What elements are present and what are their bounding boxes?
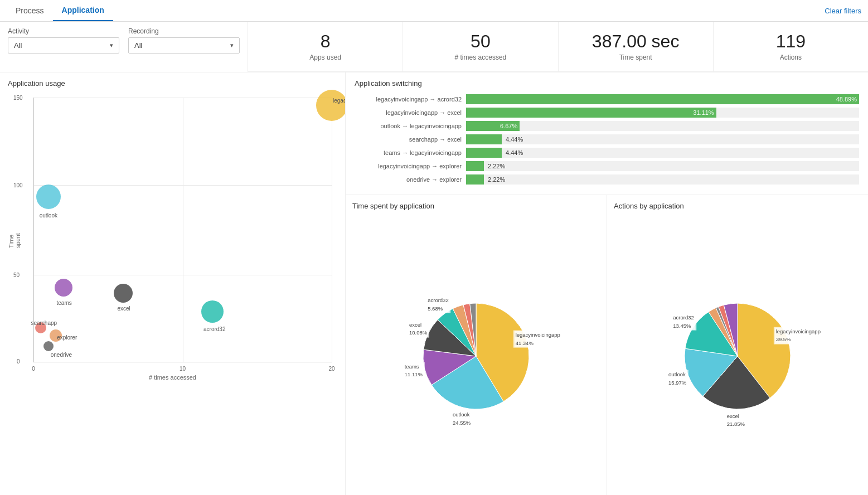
bubble-outlook (36, 185, 61, 209)
label-onedrive: onedrive (51, 352, 72, 358)
bar-label: legacyinvoicingapp → excel (355, 109, 466, 116)
bar-track: 48.89% (466, 94, 859, 104)
y-axis-label: Time spent (8, 226, 21, 248)
bubble-excel (114, 284, 133, 303)
stat-apps-used: 8 Apps used (248, 22, 403, 71)
bar-fill: 31.11% (466, 108, 716, 118)
bar-label: legacyinvoicingapp → acrord32 (355, 96, 466, 103)
x-tick-10: 10 (180, 366, 186, 372)
tab-application[interactable]: Application (53, 0, 113, 21)
time-spent-pie-chart (415, 295, 537, 418)
activity-label: Activity (8, 27, 119, 35)
bar-label: outlook → legacyinvoicingapp (355, 123, 466, 129)
activity-filter-group: Activity All ▾ (8, 27, 119, 54)
label-explorer: explorer (57, 334, 77, 341)
bar-fill (466, 161, 484, 171)
actions-value: 119 (776, 32, 806, 51)
bar-row: legacyinvoicingapp → excel 31.11% (355, 108, 859, 118)
bar-label: teams → legacyinvoicingapp (355, 149, 466, 156)
bar-track: 31.11% (466, 108, 859, 118)
chevron-down-icon-2: ▾ (230, 42, 234, 49)
bar-fill: 6.67% (466, 121, 520, 131)
bubble-teams (55, 279, 72, 297)
clear-filters-button[interactable]: Clear filters (825, 1, 861, 21)
y-tick-0: 0 (17, 358, 20, 365)
stat-times-accessed: 50 # times accessed (403, 22, 558, 71)
tab-bar: Process Application Clear filters (0, 0, 868, 22)
bar-row: outlook → legacyinvoicingapp 6.67% (355, 121, 859, 131)
bubble-acrord32 (201, 300, 224, 323)
actions-pie-chart (676, 295, 799, 418)
pie-label-searchapp (463, 293, 465, 294)
recording-filter-group: Recording All ▾ (128, 27, 240, 54)
bar-row: searchapp → excel 4.44% (355, 134, 859, 144)
bar-fill (466, 174, 484, 185)
pie-label-teams (728, 292, 730, 293)
bar-track: 2.22% (466, 174, 859, 185)
bubble-legacyinvoicingapp (316, 90, 346, 121)
label-legacyinvoicingapp: legacyinvoicingapp (333, 98, 346, 104)
times-accessed-label: # times accessed (455, 54, 507, 61)
bar-row: legacyinvoicingapp → explorer 2.22% (355, 161, 859, 171)
stat-actions: 119 Actions (714, 22, 868, 71)
bar-track: 4.44% (466, 148, 859, 158)
pie-label-onedrive (471, 292, 473, 293)
bar-fill: 48.89% (466, 94, 859, 104)
y-tick-50: 50 (13, 271, 20, 278)
app-switching-title: Application switching (355, 79, 859, 88)
bar-track: 6.67% (466, 121, 859, 131)
bubble-onedrive (43, 341, 54, 351)
label-teams: teams (57, 300, 72, 306)
time-spent-title: Time spent by application (352, 202, 600, 210)
time-spent-label: Time spent (619, 54, 652, 61)
tab-process[interactable]: Process (7, 1, 53, 21)
x-tick-0: 0 (32, 366, 35, 372)
bar-row: legacyinvoicingapp → acrord32 48.89% (355, 94, 859, 104)
stat-time-spent: 387.00 sec Time spent (559, 22, 714, 71)
recording-label: Recording (128, 27, 240, 35)
bar-fill (466, 148, 502, 158)
bar-label: legacyinvoicingapp → explorer (355, 163, 466, 169)
label-outlook: outlook (40, 212, 57, 219)
bar-row: teams → legacyinvoicingapp 4.44% (355, 148, 859, 158)
app-usage-title: Application usage (8, 79, 337, 88)
actions-title: Actions by application (614, 202, 861, 210)
label-excel: excel (118, 305, 130, 312)
switching-bars-container: legacyinvoicingapp → acrord32 48.89% leg… (355, 94, 859, 185)
actions-label: Actions (780, 54, 802, 61)
chevron-down-icon: ▾ (110, 42, 113, 49)
label-acrord32: acrord32 (203, 326, 225, 332)
apps-used-value: 8 (321, 32, 331, 51)
activity-select[interactable]: All ▾ (8, 37, 119, 54)
times-accessed-value: 50 (471, 32, 491, 51)
time-spent-value: 387.00 sec (592, 32, 680, 51)
bar-fill (466, 134, 502, 144)
bar-track: 4.44% (466, 134, 859, 144)
y-tick-150: 150 (13, 95, 23, 101)
bar-row: onedrive → explorer 2.22% (355, 174, 859, 185)
recording-select[interactable]: All ▾ (128, 37, 240, 54)
label-searchapp: searchapp (31, 320, 57, 326)
y-tick-100: 100 (13, 182, 23, 188)
bar-label: searchapp → excel (355, 136, 466, 143)
x-axis-label: # times accessed (149, 374, 196, 381)
bar-label: onedrive → explorer (355, 176, 466, 183)
apps-used-label: Apps used (309, 54, 341, 61)
bar-track: 2.22% (466, 161, 859, 171)
x-tick-20: 20 (328, 366, 334, 372)
